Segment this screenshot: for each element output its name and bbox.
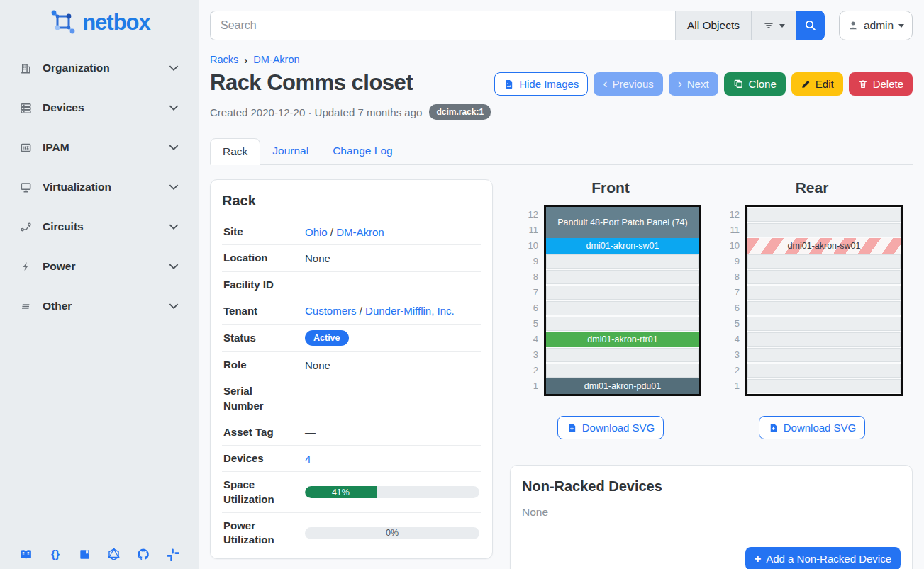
netbox-logo[interactable]: netbox <box>0 0 199 41</box>
search-filter-dropdown[interactable] <box>751 11 796 40</box>
download-svg-label: Download SVG <box>582 422 655 434</box>
clone-button[interactable]: Clone <box>724 72 786 96</box>
next-button[interactable]: › Next <box>669 72 718 96</box>
tab-journal[interactable]: Journal <box>260 138 321 164</box>
sidebar-item-power[interactable]: Power <box>10 252 189 281</box>
status-label: Status <box>223 331 292 345</box>
tenant-label: Tenant <box>223 304 292 318</box>
unit-number: 5 <box>721 316 740 332</box>
api-braces-icon[interactable]: {} <box>48 546 63 562</box>
tenant-link[interactable]: Dunder-Mifflin, Inc. <box>365 305 455 317</box>
topbar: All Objects admin <box>210 11 913 40</box>
space-utilization-bar-fill: 41% <box>305 486 377 498</box>
search-scope-button[interactable]: All Objects <box>675 11 751 40</box>
previous-button[interactable]: ‹ Previous <box>594 72 662 96</box>
unit-number: 4 <box>721 332 740 347</box>
unit-number: 7 <box>721 285 740 300</box>
unit-number: 1 <box>721 378 740 394</box>
rack-device[interactable]: dmi01-akron-sw01 <box>546 238 699 254</box>
elevation-rear: Rear121110987654321dmi01-akron-sw01Downl… <box>711 179 913 439</box>
graphql-icon[interactable] <box>106 546 122 562</box>
edit-button[interactable]: Edit <box>791 72 843 96</box>
download-svg-button[interactable]: Download SVG <box>557 416 664 439</box>
rack-unit-empty <box>546 285 699 300</box>
user-menu-button[interactable]: admin <box>839 11 913 40</box>
row-role: Role None <box>222 351 481 378</box>
unit-number: 10 <box>520 238 538 254</box>
breadcrumb-site-link[interactable]: DM-Akron <box>253 54 299 65</box>
rack-unit-empty <box>546 269 699 285</box>
row-space-utilization: Space Utilization 41% <box>222 471 481 512</box>
rack-device[interactable]: Panduit 48-Port Patch Panel (74) <box>546 207 699 238</box>
site-region-link[interactable]: Ohio <box>305 226 328 238</box>
chevron-down-icon <box>167 101 180 114</box>
sidebar-item-other[interactable]: Other <box>10 292 189 320</box>
role-value: None <box>305 359 479 371</box>
lines-icon <box>18 299 33 313</box>
rack-unit-empty <box>546 254 699 269</box>
unit-number: 7 <box>520 285 538 300</box>
rack-panel-title: Rack <box>222 193 481 209</box>
docs-book-icon[interactable] <box>18 546 34 562</box>
monitor-icon <box>18 180 33 194</box>
rack-device[interactable]: dmi01-akron-sw01 <box>747 238 901 254</box>
delete-button[interactable]: Delete <box>849 72 913 96</box>
sidebar: netbox OrganizationDevicesIPAMVirtualiza… <box>0 0 199 569</box>
netbox-logo-text: netbox <box>82 10 150 35</box>
tenant-group-link[interactable]: Customers <box>305 305 357 317</box>
slack-icon[interactable] <box>165 546 180 562</box>
unit-number: 11 <box>520 222 538 238</box>
location-label: Location <box>223 251 292 265</box>
hide-images-button[interactable]: Hide Images <box>494 72 588 96</box>
user-icon <box>847 20 859 31</box>
rack-device[interactable]: dmi01-akron-pdu01 <box>546 378 699 394</box>
search-input[interactable] <box>210 11 675 40</box>
sidebar-item-circuits[interactable]: Circuits <box>10 213 189 241</box>
pencil-icon <box>801 79 811 89</box>
search-submit-button[interactable] <box>796 11 825 40</box>
unit-number: 2 <box>520 363 538 378</box>
rack-unit-empty <box>546 363 699 378</box>
object-meta: Created 2020-12-20 · Updated 7 months ag… <box>210 104 913 120</box>
sidebar-item-organization[interactable]: Organization <box>10 54 189 82</box>
chevron-down-icon <box>167 141 180 154</box>
building-icon <box>18 61 33 75</box>
row-site: Site Ohio / DM-Akron <box>222 219 481 244</box>
sidebar-menu: OrganizationDevicesIPAMVirtualizationCir… <box>0 54 199 320</box>
tab-change-log[interactable]: Change Log <box>321 138 404 164</box>
file-image-icon <box>503 79 514 90</box>
sidebar-item-virtualization[interactable]: Virtualization <box>10 173 189 201</box>
unit-numbers: 121110987654321 <box>721 205 740 396</box>
elevation-front: Front121110987654321Panduit 48-Port Patc… <box>510 179 711 439</box>
sidebar-item-label: Other <box>43 300 167 312</box>
location-value: None <box>305 252 479 264</box>
github-icon[interactable] <box>135 546 151 562</box>
elevation-title: Rear <box>796 179 829 196</box>
download-svg-button[interactable]: Download SVG <box>759 416 866 439</box>
main-content: All Objects admin Racks › <box>199 0 924 569</box>
filter-icon <box>763 20 774 31</box>
user-menu-label: admin <box>864 19 894 32</box>
add-non-racked-device-button[interactable]: + Add a Non-Racked Device <box>745 547 901 569</box>
facility-id-label: Facility ID <box>223 278 292 292</box>
rack-unit-empty <box>546 347 699 363</box>
netbox-logo-icon <box>48 9 78 37</box>
elevation-title: Front <box>591 179 630 196</box>
trash-icon <box>858 79 868 89</box>
rack-device[interactable]: dmi01-akron-rtr01 <box>546 332 699 347</box>
unit-number: 3 <box>520 347 538 363</box>
tab-rack[interactable]: Rack <box>210 138 260 165</box>
row-power-utilization: Power Utilization 0% <box>222 512 481 553</box>
devices-count-link[interactable]: 4 <box>305 453 311 465</box>
site-link[interactable]: DM-Akron <box>336 226 384 238</box>
sidebar-item-devices[interactable]: Devices <box>10 94 189 122</box>
non-racked-devices-footer: + Add a Non-Racked Device <box>511 539 912 569</box>
download-svg-label: Download SVG <box>784 422 857 434</box>
rack-unit-empty <box>747 269 901 285</box>
unit-number: 6 <box>721 300 740 316</box>
rack-unit-empty <box>747 207 901 222</box>
asset-tag-label: Asset Tag <box>223 425 292 439</box>
breadcrumb-racks-link[interactable]: Racks <box>210 54 238 65</box>
sidebar-item-ipam[interactable]: IPAM <box>10 133 189 162</box>
journal-icon[interactable] <box>77 546 92 562</box>
